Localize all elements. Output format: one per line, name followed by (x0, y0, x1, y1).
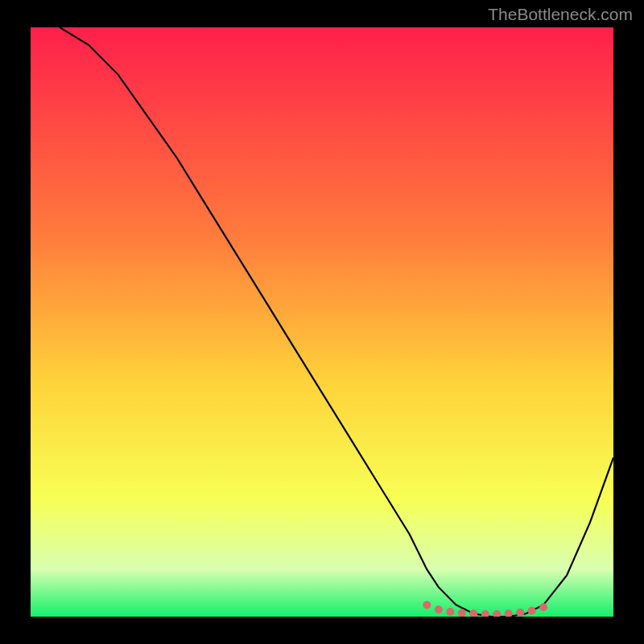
marker-dot (539, 603, 547, 611)
marker-dot (528, 607, 536, 615)
marker-dot (423, 601, 431, 609)
marker-dot (516, 609, 524, 617)
marker-dot (435, 605, 443, 613)
chart-plot-area (31, 27, 613, 617)
bottleneck-chart (31, 27, 613, 617)
attribution-text: TheBottleneck.com (488, 5, 633, 24)
chart-background-gradient (31, 27, 613, 617)
marker-dot (446, 608, 454, 616)
